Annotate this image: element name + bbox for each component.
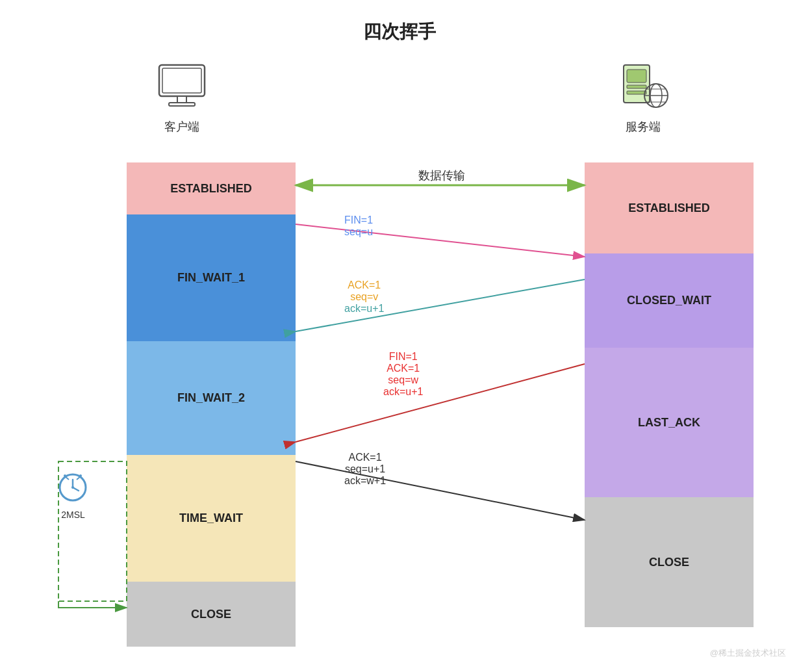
- svg-point-33: [64, 474, 66, 477]
- state-fin-wait-1: FIN_WAIT_1: [127, 214, 296, 341]
- client-computer-icon: [153, 62, 211, 114]
- svg-rect-3: [169, 103, 195, 106]
- svg-rect-6: [627, 85, 646, 88]
- svg-line-22: [296, 279, 585, 331]
- page: 四次挥手 客户端 服务端 ESTABLISH: [0, 0, 799, 672]
- svg-rect-7: [627, 91, 646, 94]
- state-time-wait: TIME_WAIT: [127, 455, 296, 582]
- state-close-server: CLOSE: [585, 497, 754, 627]
- ack1-arrow-label: ACK=1 seq=v ack=u+1: [344, 279, 384, 315]
- svg-rect-1: [162, 68, 201, 93]
- server-label: 服务端: [626, 119, 661, 135]
- client-label: 客户端: [164, 119, 199, 135]
- svg-line-24: [296, 461, 585, 520]
- server-icon-area: 服务端: [614, 62, 672, 135]
- svg-point-34: [79, 474, 82, 477]
- svg-line-30: [73, 487, 79, 491]
- state-last-ack: LAST_ACK: [585, 348, 754, 497]
- state-closed-wait: CLOSED_WAIT: [585, 253, 754, 348]
- state-established-server: ESTABLISHED: [585, 162, 754, 253]
- fin2-arrow-label: FIN=1 ACK=1 seq=w ack=u+1: [383, 351, 423, 398]
- client-icon-area: 客户端: [153, 62, 211, 135]
- svg-rect-5: [627, 70, 646, 83]
- msl-area: 2MSL: [55, 468, 91, 520]
- msl-label: 2MSL: [55, 510, 91, 520]
- fin1-arrow-label: FIN=1 seq=u: [344, 214, 373, 238]
- state-fin-wait-2: FIN_WAIT_2: [127, 341, 296, 455]
- ack2-arrow-label: ACK=1 seq=u+1 ack=w+1: [344, 452, 386, 487]
- svg-line-21: [296, 224, 585, 257]
- data-transfer-label: 数据传输: [296, 168, 588, 183]
- server-icon: [614, 62, 672, 114]
- state-established-client: ESTABLISHED: [127, 162, 296, 214]
- page-title: 四次挥手: [0, 0, 799, 44]
- svg-line-23: [296, 364, 585, 442]
- clock-icon: [55, 468, 91, 504]
- svg-rect-2: [177, 96, 186, 103]
- state-close-client: CLOSE: [127, 582, 296, 647]
- watermark: @稀土掘金技术社区: [710, 647, 786, 659]
